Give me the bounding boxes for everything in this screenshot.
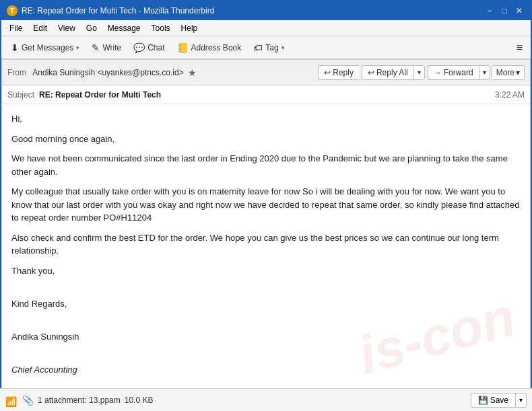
subject-bar: Subject RE: Repeat Order for Multi Tech … bbox=[2, 85, 530, 104]
email-container: From Andika Suningsih <uyankes@ptncs.co.… bbox=[1, 59, 531, 391]
title-bar-left: T RE: Repeat Order for Multi Tech - Mozi… bbox=[7, 5, 214, 16]
forward-split-button[interactable]: → Forward ▾ bbox=[428, 65, 490, 80]
body-morning: Good morning once again, bbox=[11, 133, 521, 146]
tag-icon: 🏷 bbox=[253, 42, 263, 53]
more-button[interactable]: More ▾ bbox=[492, 65, 525, 80]
body-sender-name: Andika Suningsih bbox=[11, 330, 521, 344]
reply-icon: ↩ bbox=[324, 68, 331, 77]
app-icon: T bbox=[7, 5, 18, 16]
subject-value: RE: Repeat Order for Multi Tech bbox=[39, 90, 161, 100]
body-paragraph-1: We have not been communicated since the … bbox=[11, 152, 521, 178]
body-sender-title: Chief Accounting bbox=[11, 363, 521, 377]
window-controls[interactable]: − □ ✕ bbox=[484, 5, 525, 17]
write-button[interactable]: ✎ Write bbox=[86, 40, 127, 55]
get-messages-icon: ⬇ bbox=[11, 42, 19, 53]
toolbar: ⬇ Get Messages ▾ ✎ Write 💬 Chat 📒 Addres… bbox=[1, 36, 531, 59]
body-paragraph-3: Also check and confirm the best ETD for … bbox=[11, 231, 521, 258]
menu-help[interactable]: Help bbox=[176, 22, 203, 34]
signal-icon: 📶 bbox=[5, 396, 17, 407]
reply-all-button[interactable]: ↩ Reply All bbox=[362, 65, 413, 80]
address-book-button[interactable]: 📒 Address Book bbox=[172, 40, 247, 55]
reply-all-dropdown[interactable]: ▾ bbox=[413, 65, 425, 80]
tag-button[interactable]: 🏷 Tag ▾ bbox=[248, 40, 290, 55]
forward-icon: → bbox=[434, 68, 442, 77]
body-paragraph-2: My colleague that usually take order wit… bbox=[11, 185, 521, 225]
body-greeting: Hi, bbox=[11, 112, 521, 126]
from-label: From bbox=[7, 68, 28, 77]
body-regards: Kind Regards, bbox=[11, 297, 521, 311]
attachment-info: ▶ 📎 1 attachment: 13.ppam 10.0 KB bbox=[5, 395, 153, 406]
menu-view[interactable]: View bbox=[53, 22, 81, 34]
menu-file[interactable]: File bbox=[4, 22, 28, 34]
more-dropdown-arrow: ▾ bbox=[516, 68, 520, 77]
get-messages-dropdown-arrow[interactable]: ▾ bbox=[76, 44, 79, 51]
attachment-bar: ▶ 📎 1 attachment: 13.ppam 10.0 KB 💾 Save… bbox=[0, 388, 532, 411]
attachment-count: 1 attachment: 13.ppam bbox=[38, 396, 121, 405]
reply-button[interactable]: ↩ Reply bbox=[318, 65, 359, 80]
action-bar: From Andika Suningsih <uyankes@ptncs.co.… bbox=[2, 60, 530, 85]
menu-message[interactable]: Message bbox=[102, 22, 146, 34]
forward-button[interactable]: → Forward bbox=[428, 65, 479, 80]
attachment-size: 10.0 KB bbox=[125, 396, 154, 405]
tag-dropdown-arrow[interactable]: ▾ bbox=[281, 44, 285, 51]
chat-icon: 💬 bbox=[133, 42, 145, 53]
save-dropdown[interactable]: ▾ bbox=[515, 393, 527, 408]
email-body: Hi, Good morning once again, We have not… bbox=[2, 104, 530, 390]
body-thanks: Thank you, bbox=[11, 264, 521, 278]
menu-tools[interactable]: Tools bbox=[146, 22, 176, 34]
save-icon: 💾 bbox=[478, 396, 488, 405]
subject-label: Subject bbox=[7, 90, 36, 100]
from-section: From Andika Suningsih <uyankes@ptncs.co.… bbox=[7, 67, 197, 78]
reply-split-button[interactable]: ↩ Reply bbox=[318, 65, 359, 80]
email-time: 3:22 AM bbox=[495, 90, 525, 100]
attachment-icon: 📎 bbox=[22, 395, 34, 406]
menu-edit[interactable]: Edit bbox=[28, 22, 53, 34]
action-buttons: ↩ Reply ↩ Reply All ▾ → Forward ▾ More bbox=[318, 65, 525, 80]
write-icon: ✎ bbox=[92, 42, 100, 53]
toolbar-menu-button[interactable]: ≡ bbox=[512, 40, 527, 55]
address-book-icon: 📒 bbox=[177, 42, 189, 53]
reply-all-split-button[interactable]: ↩ Reply All ▾ bbox=[362, 65, 425, 80]
get-messages-button[interactable]: ⬇ Get Messages ▾ bbox=[5, 40, 85, 55]
minimize-button[interactable]: − bbox=[484, 5, 496, 17]
from-value: Andika Suningsih <uyankes@ptncs.co.id> bbox=[32, 68, 183, 77]
menu-go[interactable]: Go bbox=[81, 22, 102, 34]
window-title: RE: Repeat Order for Multi Tech - Mozill… bbox=[22, 6, 214, 15]
menu-bar: File Edit View Go Message Tools Help bbox=[1, 20, 531, 36]
save-button[interactable]: 💾 Save bbox=[471, 393, 515, 408]
save-split-button[interactable]: 💾 Save ▾ bbox=[471, 393, 527, 408]
title-bar: T RE: Repeat Order for Multi Tech - Mozi… bbox=[1, 1, 531, 20]
subject-section: Subject RE: Repeat Order for Multi Tech bbox=[7, 89, 161, 100]
reply-all-icon: ↩ bbox=[368, 68, 374, 77]
forward-dropdown[interactable]: ▾ bbox=[479, 65, 490, 80]
star-icon[interactable]: ★ bbox=[188, 67, 197, 78]
maximize-button[interactable]: □ bbox=[498, 5, 510, 17]
close-button[interactable]: ✕ bbox=[513, 5, 525, 17]
chat-button[interactable]: 💬 Chat bbox=[128, 40, 170, 55]
